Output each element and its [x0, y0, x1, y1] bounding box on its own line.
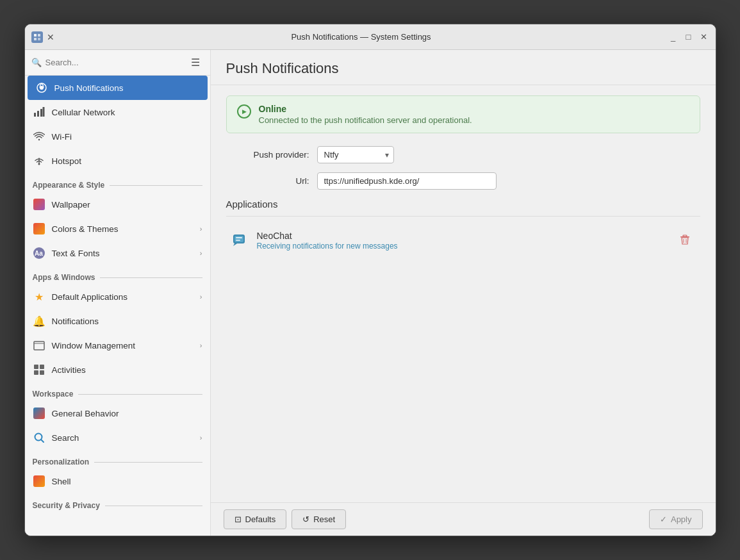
search-label: Search — [52, 433, 79, 443]
appearance-section-header: Appearance & Style — [25, 173, 210, 192]
search-icon: 🔍 — [31, 58, 42, 67]
colors-themes-icon — [33, 222, 45, 235]
svg-rect-9 — [42, 107, 44, 117]
general-behavior-label: General Behavior — [52, 409, 119, 418]
svg-rect-21 — [234, 236, 243, 242]
provider-row: Push provider: Ntfy — [226, 146, 700, 163]
notifications-label: Notifications — [52, 317, 99, 326]
sidebar-item-default-applications[interactable]: ★ Default Applications › — [25, 284, 210, 309]
svg-rect-0 — [34, 34, 37, 37]
colors-themes-label: Colors & Themes — [52, 224, 119, 234]
search-input[interactable] — [45, 58, 183, 67]
reset-button[interactable]: ↺ Reset — [292, 509, 346, 529]
applications-section-title: Applications — [226, 199, 700, 217]
search-icon — [33, 431, 45, 444]
hotspot-icon — [33, 154, 45, 167]
url-label: Url: — [226, 176, 309, 186]
svg-rect-3 — [38, 38, 40, 40]
sidebar-item-window-management[interactable]: Window Management › — [25, 333, 210, 358]
svg-rect-25 — [683, 235, 687, 236]
url-input[interactable] — [317, 172, 497, 190]
sidebar-item-push-notifications[interactable]: Push Notifications — [28, 76, 208, 100]
sidebar-item-search[interactable]: Search › — [25, 425, 210, 450]
reset-label: Reset — [313, 515, 335, 524]
notifications-icon: 🔔 — [33, 315, 45, 327]
app-row-neochat: NeoChat Receiving notifications for new … — [226, 224, 700, 257]
provider-select[interactable]: Ntfy — [317, 146, 394, 163]
svg-rect-17 — [40, 370, 44, 375]
status-online-icon — [237, 104, 251, 119]
text-fonts-icon: Aa — [33, 247, 45, 259]
security-section-header: Security & Privacy — [25, 493, 210, 513]
sidebar-item-notifications[interactable]: 🔔 Notifications — [25, 309, 210, 333]
minimize-button[interactable]: _ — [668, 32, 678, 42]
window-management-label: Window Management — [52, 341, 136, 350]
default-applications-icon: ★ — [33, 290, 45, 303]
svg-rect-2 — [34, 38, 37, 40]
defaults-icon: ⊡ — [234, 515, 242, 524]
chevron-right-icon: › — [200, 293, 202, 301]
personalization-section-header: Personalization — [25, 450, 210, 469]
status-banner: Online Connected to the push notificatio… — [226, 95, 700, 133]
defaults-button[interactable]: ⊡ Defaults — [224, 509, 287, 529]
default-applications-label: Default Applications — [52, 292, 128, 302]
sidebar-item-wifi[interactable]: Wi-Fi — [25, 124, 210, 149]
wallpaper-label: Wallpaper — [52, 200, 90, 210]
sidebar-item-text-fonts[interactable]: Aa Text & Fonts › — [25, 241, 210, 265]
sidebar-item-general-behavior[interactable]: General Behavior — [25, 401, 210, 425]
app-name-neochat: NeoChat — [257, 231, 667, 241]
wifi-label: Wi-Fi — [52, 132, 72, 142]
svg-rect-14 — [34, 365, 38, 369]
workspace-section-header: Workspace — [25, 382, 210, 401]
hotspot-label: Hotspot — [52, 156, 82, 166]
sidebar-item-colors-themes[interactable]: Colors & Themes › — [25, 217, 210, 241]
apply-button[interactable]: ✓ Apply — [649, 509, 703, 529]
pin-button[interactable]: ✕ — [47, 32, 54, 42]
main-header: Push Notifications — [211, 50, 716, 85]
status-description: Connected to the push notification serve… — [259, 115, 472, 125]
svg-point-10 — [38, 139, 39, 140]
sidebar-item-cellular-network[interactable]: Cellular Network — [25, 100, 210, 124]
push-notifications-icon — [35, 81, 48, 94]
provider-label: Push provider: — [226, 150, 309, 160]
wallpaper-icon — [33, 198, 45, 211]
app-desc-neochat: Receiving notifications for new messages — [257, 242, 667, 251]
main-body: Online Connected to the push notificatio… — [211, 85, 716, 502]
page-title: Push Notifications — [226, 60, 700, 77]
svg-line-19 — [41, 440, 44, 442]
svg-rect-1 — [38, 34, 40, 37]
window-management-icon — [33, 339, 45, 352]
window-controls: _ □ ✕ — [668, 32, 709, 42]
svg-rect-15 — [40, 365, 44, 369]
maximize-button[interactable]: □ — [684, 32, 694, 42]
apply-icon: ✓ — [660, 515, 667, 524]
sidebar-item-wallpaper[interactable]: Wallpaper — [25, 192, 210, 217]
hamburger-button[interactable]: ☰ — [187, 55, 204, 70]
sidebar-item-shell[interactable]: Shell — [25, 469, 210, 493]
search-bar: 🔍 ☰ — [25, 50, 210, 76]
status-title: Online — [259, 104, 472, 114]
svg-rect-8 — [40, 109, 42, 117]
cellular-network-label: Cellular Network — [52, 108, 115, 117]
delete-neochat-button[interactable] — [675, 232, 695, 250]
chevron-right-icon: › — [200, 225, 202, 233]
app-info-neochat: NeoChat Receiving notifications for new … — [257, 231, 667, 251]
apply-label: Apply — [671, 515, 692, 524]
svg-rect-6 — [34, 113, 36, 117]
activities-icon — [33, 363, 45, 376]
svg-rect-22 — [236, 237, 242, 238]
cellular-network-icon — [33, 106, 45, 119]
close-button[interactable]: ✕ — [699, 32, 709, 42]
main-content: Push Notifications Online Connected to t… — [211, 50, 716, 536]
chevron-right-icon: › — [200, 249, 202, 257]
sidebar-item-hotspot[interactable]: Hotspot — [25, 149, 210, 173]
chevron-right-icon: › — [200, 342, 202, 349]
content-area: 🔍 ☰ Push Notifications — [25, 50, 716, 536]
activities-label: Activities — [52, 365, 86, 375]
titlebar-left: ✕ — [31, 31, 54, 43]
neochat-icon — [231, 232, 249, 250]
url-row: Url: — [226, 172, 700, 190]
text-fonts-label: Text & Fonts — [52, 249, 100, 258]
svg-rect-16 — [34, 370, 38, 375]
sidebar-item-activities[interactable]: Activities — [25, 358, 210, 382]
